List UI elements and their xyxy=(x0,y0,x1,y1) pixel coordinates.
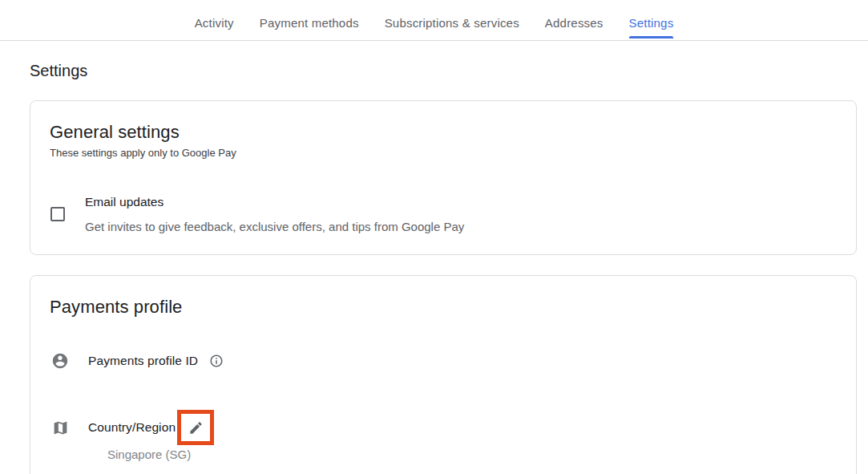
tab-label: Settings xyxy=(629,16,674,30)
email-updates-description: Get invites to give feedback, exclusive … xyxy=(85,220,464,233)
edit-icon xyxy=(188,420,204,436)
payments-profile-id-row: Payments profile ID xyxy=(50,352,837,370)
page-title: Settings xyxy=(30,62,857,80)
payments-profile-title: Payments profile xyxy=(50,297,837,318)
map-icon xyxy=(51,419,69,436)
email-updates-row: Email updates Get invites to give feedba… xyxy=(50,195,837,233)
email-updates-text: Email updates Get invites to give feedba… xyxy=(85,195,464,233)
payments-profile-id-label: Payments profile ID xyxy=(88,354,198,368)
payments-profile-card: Payments profile Payments profile ID xyxy=(30,275,857,474)
general-settings-subtitle: These settings apply only to Google Pay xyxy=(50,147,837,159)
email-updates-checkbox[interactable] xyxy=(50,207,65,221)
tab-payment-methods[interactable]: Payment methods xyxy=(260,0,359,40)
tab-activity[interactable]: Activity xyxy=(195,0,234,40)
tab-bar: Activity Payment methods Subscriptions &… xyxy=(0,0,868,41)
edit-country-button[interactable] xyxy=(188,420,204,436)
tab-settings[interactable]: Settings xyxy=(629,0,674,40)
info-icon[interactable] xyxy=(209,354,224,368)
tab-subscriptions-services[interactable]: Subscriptions & services xyxy=(385,0,519,40)
annotation-highlight-box xyxy=(177,410,214,445)
account-circle-icon xyxy=(51,352,69,370)
general-settings-title: General settings xyxy=(50,122,837,143)
tab-label: Addresses xyxy=(545,16,604,30)
country-region-row: Country/Region xyxy=(50,410,837,445)
tab-label: Activity xyxy=(195,16,234,30)
tab-addresses[interactable]: Addresses xyxy=(545,0,604,40)
email-updates-label: Email updates xyxy=(85,195,464,209)
country-region-value: Singapore (SG) xyxy=(107,448,837,461)
country-region-label: Country/Region xyxy=(88,420,176,435)
general-settings-card: General settings These settings apply on… xyxy=(30,100,857,255)
settings-page: Settings General settings These settings… xyxy=(0,62,868,474)
tab-label: Subscriptions & services xyxy=(385,16,519,30)
tab-label: Payment methods xyxy=(260,16,359,30)
active-tab-underline xyxy=(629,36,674,38)
